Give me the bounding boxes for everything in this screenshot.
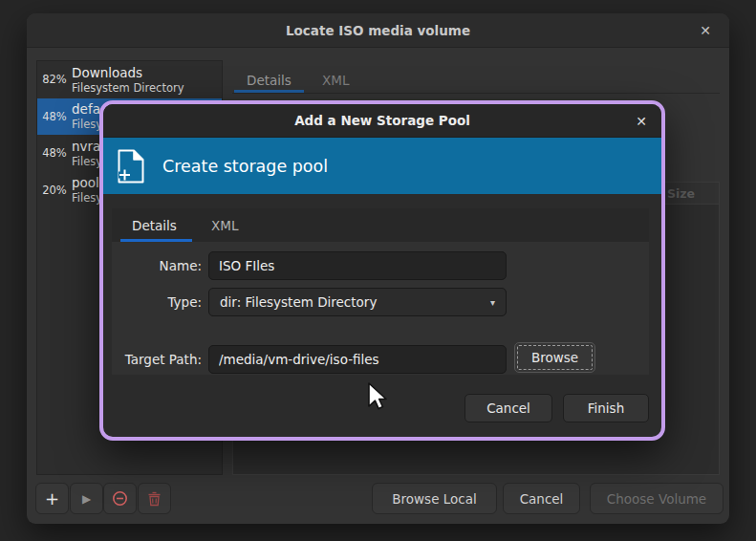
stop-pool-button[interactable] [103, 483, 137, 514]
dialog-banner: Create storage pool [103, 138, 661, 194]
trash-icon [147, 491, 162, 507]
dialog-tabbar: Details XML [112, 208, 649, 242]
play-icon: ▶ [82, 492, 91, 506]
dialog-titlebar: Add a New Storage Pool ✕ [103, 104, 661, 138]
dialog-notebook: Details XML Name: Type: dir: Filesystem … [112, 208, 649, 375]
add-pool-button[interactable]: + [35, 483, 69, 514]
window-title: Locate ISO media volume [286, 23, 470, 38]
start-pool-button[interactable]: ▶ [70, 483, 103, 514]
target-path-field[interactable] [208, 345, 507, 374]
pool-name: Downloads [72, 65, 222, 81]
pool-row[interactable]: 82%DownloadsFilesystem Directory [37, 61, 222, 98]
window-cancel-button[interactable]: Cancel [503, 483, 580, 514]
dialog-cancel-button[interactable]: Cancel [464, 394, 552, 422]
pool-usage: 48% [42, 146, 67, 160]
new-file-icon [116, 148, 146, 184]
type-dropdown-value: dir: Filesystem Directory [209, 294, 377, 310]
banner-text: Create storage pool [162, 157, 328, 176]
dialog-tab-details[interactable]: Details [132, 218, 177, 233]
dialog-finish-button[interactable]: Finish [563, 394, 649, 422]
close-icon[interactable]: ✕ [691, 13, 720, 48]
type-label: Type: [112, 294, 202, 310]
size-column-header: Size [667, 186, 695, 201]
target-path-label: Target Path: [112, 352, 202, 367]
pool-usage: 48% [42, 110, 67, 123]
delete-pool-button[interactable] [138, 483, 171, 514]
name-label: Name: [112, 258, 202, 273]
name-field[interactable] [208, 251, 507, 280]
type-dropdown[interactable]: dir: Filesystem Directory ▾ [208, 288, 507, 316]
tab-separator [232, 93, 720, 94]
browse-local-button[interactable]: Browse Local [372, 483, 497, 514]
tab-xml[interactable]: XML [322, 73, 349, 88]
window-titlebar: Locate ISO media volume ✕ [27, 13, 729, 48]
stop-circle-icon [112, 490, 128, 507]
dialog-form: Name: Type: dir: Filesystem Directory ▾ … [112, 242, 649, 375]
close-icon[interactable]: ✕ [627, 104, 656, 138]
pool-usage: 20% [42, 184, 67, 197]
dialog-tab-xml[interactable]: XML [211, 218, 238, 233]
chevron-down-icon: ▾ [490, 297, 495, 308]
tab-details[interactable]: Details [247, 73, 292, 88]
add-storage-pool-dialog: Add a New Storage Pool ✕ Create storage … [99, 100, 665, 441]
pool-type: Filesystem Directory [72, 81, 222, 95]
choose-volume-button: Choose Volume [590, 483, 724, 514]
browse-button[interactable]: Browse [514, 342, 595, 373]
plus-icon: + [45, 488, 59, 509]
dialog-title: Add a New Storage Pool [294, 113, 470, 128]
pool-usage: 82% [42, 73, 67, 86]
